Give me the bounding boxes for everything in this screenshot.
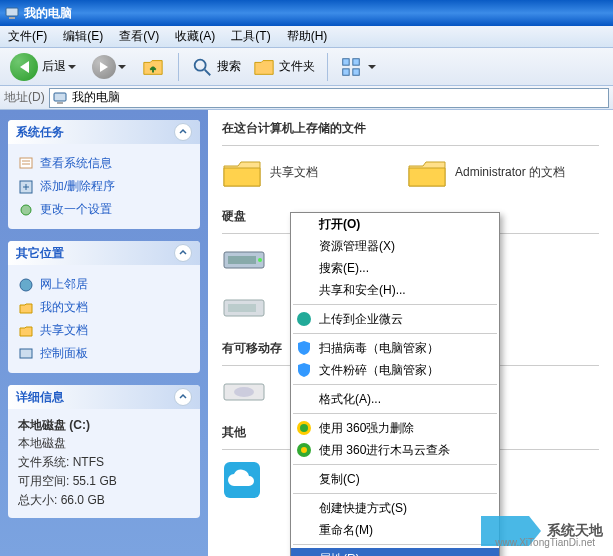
panel-header[interactable]: 系统任务 — [8, 120, 200, 144]
optical-drive-icon — [222, 376, 266, 406]
panel-title: 详细信息 — [16, 389, 64, 406]
nav-back-button[interactable]: 后退 — [4, 51, 82, 83]
menubar: 文件(F) 编辑(E) 查看(V) 收藏(A) 工具(T) 帮助(H) — [0, 26, 613, 48]
sharedfolder-icon — [18, 323, 34, 339]
ctx-scan-virus[interactable]: 扫描病毒（电脑管家） — [291, 337, 499, 359]
ctx-separator — [293, 493, 497, 494]
folders-icon — [253, 56, 275, 78]
forward-arrow-icon — [92, 55, 116, 79]
folders-label: 文件夹 — [279, 58, 315, 75]
panel-header[interactable]: 其它位置 — [8, 241, 200, 265]
ctx-open[interactable]: 打开(O) — [291, 213, 499, 235]
watermark: 系统天地 www.XiTongTianDi.net — [481, 516, 603, 546]
nav-forward-button[interactable] — [86, 53, 132, 81]
folder-shared-docs[interactable]: 共享文档 — [222, 156, 387, 190]
menu-view[interactable]: 查看(V) — [111, 28, 167, 45]
svg-point-2 — [195, 59, 206, 70]
place-label: 控制面板 — [40, 345, 88, 362]
place-shared[interactable]: 共享文档 — [18, 319, 190, 342]
folder-admin-docs[interactable]: Administrator 的文档 — [407, 156, 572, 190]
item-label: 共享文档 — [270, 165, 318, 181]
network-icon — [18, 277, 34, 293]
mydocs-icon — [18, 300, 34, 316]
place-controlpanel[interactable]: 控制面板 — [18, 342, 190, 365]
menu-tools[interactable]: 工具(T) — [223, 28, 278, 45]
toolbar: 后退 搜索 文件夹 — [0, 48, 613, 86]
menu-file[interactable]: 文件(F) — [0, 28, 55, 45]
ctx-properties[interactable]: 属性(R) — [291, 548, 499, 556]
svg-point-14 — [21, 205, 31, 215]
folder-icon — [222, 156, 262, 190]
ctx-copy[interactable]: 复制(C) — [291, 468, 499, 490]
task-view-sysinfo[interactable]: 查看系统信息 — [18, 152, 190, 175]
task-label: 更改一个设置 — [40, 201, 112, 218]
svg-rect-10 — [20, 158, 32, 168]
watermark-url: www.XiTongTianDi.net — [495, 537, 595, 548]
panel-title: 系统任务 — [16, 124, 64, 141]
folder-icon — [407, 156, 447, 190]
menu-favorites[interactable]: 收藏(A) — [167, 28, 223, 45]
search-icon — [191, 56, 213, 78]
address-bar: 地址(D) 我的电脑 — [0, 86, 613, 110]
ctx-shred[interactable]: 文件粉碎（电脑管家） — [291, 359, 499, 381]
svg-point-29 — [300, 424, 308, 432]
sidebar: 系统任务 查看系统信息 添加/删除程序 更改一个设置 — [0, 110, 208, 556]
detail-fs: 文件系统: NTFS — [18, 453, 190, 472]
ctx-search[interactable]: 搜索(E)... — [291, 257, 499, 279]
titlebar: 我的电脑 — [0, 0, 613, 26]
menu-help[interactable]: 帮助(H) — [279, 28, 336, 45]
task-add-remove[interactable]: 添加/删除程序 — [18, 175, 190, 198]
task-label: 添加/删除程序 — [40, 178, 115, 195]
detail-total: 总大小: 66.0 GB — [18, 491, 190, 510]
nav-up-button[interactable] — [136, 54, 170, 80]
ctx-upload-wework[interactable]: 上传到企业微云 — [291, 308, 499, 330]
sysinfo-icon — [18, 156, 34, 172]
svg-rect-18 — [228, 256, 256, 264]
mycomputer-icon — [52, 90, 68, 106]
views-button[interactable] — [336, 54, 380, 80]
section-rule — [222, 145, 599, 146]
address-field[interactable]: 我的电脑 — [49, 88, 609, 108]
ctx-separator — [293, 544, 497, 545]
ctx-360-forcedel[interactable]: 使用 360强力删除 — [291, 417, 499, 439]
svg-rect-8 — [54, 93, 66, 101]
detail-free: 可用空间: 55.1 GB — [18, 472, 190, 491]
address-value: 我的电脑 — [72, 89, 120, 106]
dropdown-icon — [118, 65, 126, 69]
svg-rect-23 — [228, 304, 256, 312]
back-arrow-icon — [10, 53, 38, 81]
place-mydocs[interactable]: 我的文档 — [18, 296, 190, 319]
panel-details: 详细信息 本地磁盘 (C:) 本地磁盘 文件系统: NTFS 可用空间: 55.… — [8, 385, 200, 518]
ctx-share-security[interactable]: 共享和安全(H)... — [291, 279, 499, 301]
ctx-360-cloudscan[interactable]: 使用 360进行木马云查杀 — [291, 439, 499, 461]
menu-edit[interactable]: 编辑(E) — [55, 28, 111, 45]
panel-title: 其它位置 — [16, 245, 64, 262]
section-files-header: 在这台计算机上存储的文件 — [222, 120, 599, 137]
dropdown-icon — [68, 65, 76, 69]
svg-rect-9 — [57, 102, 63, 104]
panel-header[interactable]: 详细信息 — [8, 385, 200, 409]
dropdown-icon — [368, 65, 376, 69]
controlpanel-icon — [18, 346, 34, 362]
shield-icon — [295, 339, 313, 357]
cloud-icon — [222, 460, 262, 500]
shield-icon — [295, 361, 313, 379]
task-change-setting[interactable]: 更改一个设置 — [18, 198, 190, 221]
ctx-shortcut[interactable]: 创建快捷方式(S) — [291, 497, 499, 519]
ctx-format[interactable]: 格式化(A)... — [291, 388, 499, 410]
ctx-separator — [293, 304, 497, 305]
svg-rect-16 — [20, 349, 32, 358]
ctx-separator — [293, 333, 497, 334]
ctx-separator — [293, 464, 497, 465]
search-button[interactable]: 搜索 — [187, 54, 245, 80]
place-network[interactable]: 网上邻居 — [18, 273, 190, 296]
folders-button[interactable]: 文件夹 — [249, 54, 319, 80]
ctx-explorer[interactable]: 资源管理器(X) — [291, 235, 499, 257]
svg-point-31 — [301, 447, 307, 453]
separator — [327, 53, 328, 81]
place-label: 我的文档 — [40, 299, 88, 316]
window-title: 我的电脑 — [24, 5, 72, 22]
ctx-rename[interactable]: 重命名(M) — [291, 519, 499, 541]
360-icon — [295, 441, 313, 459]
collapse-icon — [174, 388, 192, 406]
